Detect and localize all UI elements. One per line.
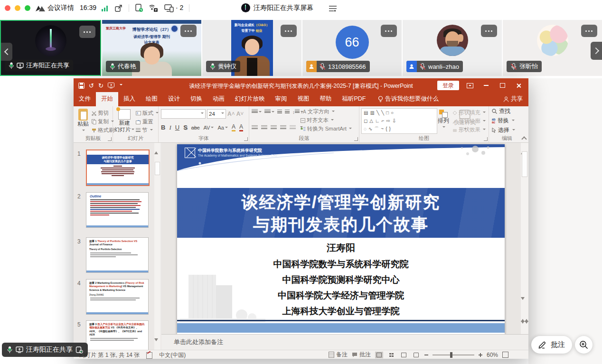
slide-thumbnail-5[interactable]: 故事 3 投入产出分析与企业投入产出分析和国内增加值及测算方法 VS 《中共中央… xyxy=(86,320,149,350)
paragraph-dialog-launcher[interactable] xyxy=(354,137,358,141)
tell-me-box[interactable]: 告诉我你想要做什么 xyxy=(378,95,439,106)
slide-thumbnail-2[interactable]: Outline xyxy=(86,192,149,228)
tab-slideshow[interactable]: 幻灯片放映 xyxy=(230,92,270,106)
font-size-combo[interactable]: 24 xyxy=(207,109,226,119)
tab-help[interactable]: 帮助 xyxy=(315,92,337,106)
video-tile-presenter[interactable]: 汪寿阳正在共享 xyxy=(0,20,101,76)
zoom-in-button[interactable] xyxy=(479,353,482,357)
login-button[interactable]: 登录 xyxy=(437,81,459,90)
share-button[interactable]: 共享 xyxy=(503,95,523,103)
nat-network-icon[interactable] xyxy=(149,4,158,12)
normal-view-button[interactable] xyxy=(375,352,383,358)
minimize-traffic-light[interactable] xyxy=(15,5,20,11)
magnifier-button[interactable] xyxy=(575,336,593,354)
video-tile-huangzhongyi[interactable]: 新与企业成长（CI&G） 背景下中 创业 黄钟仪 xyxy=(202,20,301,76)
align-center-button[interactable] xyxy=(261,125,267,130)
comments-toggle-button[interactable]: 批注 xyxy=(352,351,371,359)
undo-icon[interactable]: ↺ xyxy=(89,82,94,89)
slide-vertical-scrollbar[interactable] xyxy=(521,143,528,334)
numbering-button[interactable] xyxy=(264,109,274,115)
clipboard-dialog-launcher[interactable] xyxy=(108,137,112,141)
tile-more-options-button[interactable] xyxy=(281,25,297,37)
tile-more-options-button[interactable] xyxy=(481,25,497,37)
zoom-level[interactable]: 60% xyxy=(487,352,498,358)
find-button[interactable]: 查找 xyxy=(492,107,525,115)
tab-design[interactable]: 设计 xyxy=(163,92,185,106)
tab-animations[interactable]: 动画 xyxy=(207,92,230,106)
format-painter-button[interactable]: 格式刷 xyxy=(92,127,114,134)
scroll-tiles-right-button[interactable] xyxy=(591,42,602,60)
slide-thumbnail-panel[interactable]: 1 谈经济学/管理学创新研究与期刊发表的几个故事 2 Outline xyxy=(74,143,161,350)
shape-effects-button[interactable]: 形状效果 xyxy=(452,126,486,133)
replace-button[interactable]: abac替换 xyxy=(492,117,525,125)
slide-canvas[interactable]: 中国科学院数学与系统科学研究院The Academy of Mathematic… xyxy=(161,143,528,334)
devices-icon[interactable] xyxy=(164,4,174,12)
font-name-combo[interactable] xyxy=(161,109,206,119)
fullscreen-traffic-light[interactable] xyxy=(25,5,30,11)
strikethrough-button[interactable]: abc xyxy=(191,125,200,131)
columns-button[interactable] xyxy=(290,125,296,130)
zoom-out-button[interactable] xyxy=(424,355,428,355)
decrease-indent-button[interactable] xyxy=(277,110,282,114)
minimize-button[interactable] xyxy=(478,78,494,93)
shape-fill-button[interactable]: 形状填充 xyxy=(452,109,486,116)
tile-more-options-button[interactable] xyxy=(180,25,197,37)
tile-more-options-button[interactable] xyxy=(79,26,95,38)
tab-insert[interactable]: 插入 xyxy=(118,92,141,106)
bold-button[interactable]: B xyxy=(161,124,165,131)
layout-button[interactable]: 版式 xyxy=(136,110,159,117)
increase-indent-button[interactable] xyxy=(285,110,290,114)
drawing-dialog-launcher[interactable] xyxy=(484,137,488,141)
paste-button[interactable]: 粘贴 xyxy=(75,109,91,134)
sharing-controls-icon[interactable] xyxy=(329,5,337,11)
notes-pane[interactable]: 单击此处添加备注 xyxy=(161,334,528,350)
collapse-ribbon-button[interactable] xyxy=(522,136,527,140)
text-direction-button[interactable]: ↕A文字方向 xyxy=(301,108,335,115)
scroll-tiles-left-button[interactable] xyxy=(1,43,12,61)
slideshow-view-button[interactable] xyxy=(412,352,420,358)
shape-outline-button[interactable]: 形状轮廓 xyxy=(452,118,486,125)
close-traffic-light[interactable] xyxy=(5,5,10,11)
fit-slide-to-window-button[interactable] xyxy=(502,352,508,358)
shapes-row[interactable]: ◌∿⌒~{} xyxy=(364,125,435,133)
align-text-button[interactable]: 对齐文本 xyxy=(301,117,334,124)
tab-view[interactable]: 视图 xyxy=(292,92,315,106)
thumb-scroll-down-icon[interactable] xyxy=(154,341,160,348)
open-share-window-icon[interactable] xyxy=(114,4,122,12)
video-tile-wanli-zhao[interactable]: wanli–zhao xyxy=(403,20,502,76)
justify-button[interactable] xyxy=(280,125,286,130)
reading-view-button[interactable] xyxy=(400,352,408,358)
change-case-button[interactable]: Aa xyxy=(217,125,227,131)
thumb-scroll-thumb[interactable] xyxy=(155,162,160,175)
bullets-button[interactable] xyxy=(252,109,262,115)
slide-sorter-view-button[interactable] xyxy=(387,352,395,358)
scroll-up-icon[interactable] xyxy=(521,143,528,151)
slide-thumbnail-3[interactable]: 故事 1 Theory of Portfolio Selection VS Jo… xyxy=(86,237,149,273)
previous-slide-button[interactable] xyxy=(521,312,528,319)
text-shadow-button[interactable]: S xyxy=(183,124,188,131)
section-button[interactable]: 节 xyxy=(136,127,153,134)
tab-transitions[interactable]: 切换 xyxy=(185,92,207,106)
start-slideshow-icon[interactable] xyxy=(108,83,114,88)
new-slide-button[interactable]: 新建 幻灯片 xyxy=(114,109,135,133)
zoom-slider-thumb[interactable] xyxy=(450,352,452,358)
arrange-button[interactable]: 排列 xyxy=(435,110,452,131)
reset-button[interactable]: 重置 xyxy=(136,118,153,125)
language-indicator[interactable]: 中文(中国) xyxy=(159,351,186,359)
spellcheck-icon[interactable] xyxy=(146,352,152,359)
slide-thumbnail-1[interactable]: 谈经济学/管理学创新研究与期刊发表的几个故事 xyxy=(86,149,150,186)
font-color-button[interactable]: A xyxy=(239,123,243,131)
tab-home[interactable]: 开始 xyxy=(96,92,118,106)
shapes-row[interactable]: ▤▥╲╲□○ xyxy=(364,109,435,117)
select-button[interactable]: 选择 xyxy=(492,126,525,134)
current-slide[interactable]: 中国科学院数学与系统科学研究院The Academy of Mathematic… xyxy=(177,144,505,334)
sharing-status-badge[interactable]: 汪寿阳正在共享 xyxy=(2,343,88,357)
tab-foxit-pdf[interactable]: 福昕PDF xyxy=(337,92,371,106)
tab-file[interactable]: 文件 xyxy=(74,92,96,106)
shapes-row[interactable]: ◻△∟⌐⇨⇩ xyxy=(364,117,435,125)
zoom-slider[interactable] xyxy=(433,355,474,355)
cut-button[interactable]: 剪切 xyxy=(92,110,109,117)
tab-draw[interactable]: 绘图 xyxy=(141,92,163,106)
close-button[interactable] xyxy=(510,78,527,93)
grow-font-button[interactable]: A˄ xyxy=(227,111,235,117)
